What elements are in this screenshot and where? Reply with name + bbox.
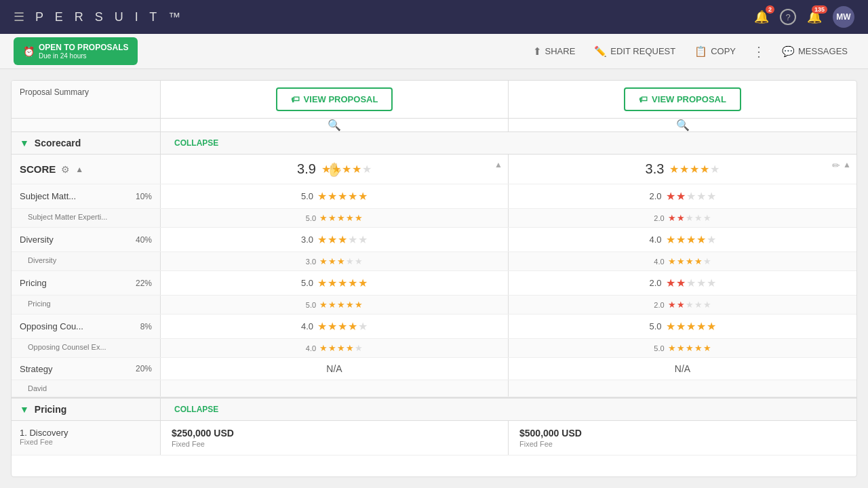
opposing-sub-score-1: 4.0 ★ ★ ★ ★ ★	[161, 339, 509, 357]
subject-matter-pct: 10%	[136, 192, 152, 201]
strategy-label: Strategy 20%	[12, 358, 161, 380]
edit-request-button[interactable]: ✏️ EDIT REQUEST	[587, 41, 682, 62]
toolbar: ⏰ OPEN TO PROPOSALS Due in 24 hours ⬆ SH…	[0, 34, 868, 69]
pricing-cat-pct: 22%	[136, 279, 152, 288]
messages-button[interactable]: 💬 MESSAGES	[775, 41, 854, 62]
proposal-comparison-table: Proposal Summary 🏷 VIEW PROPOSAL 🏷 VIEW …	[11, 80, 857, 477]
scorecard-label: ▼ Scorecard	[12, 132, 161, 154]
app-logo: P E R S U I T ™	[35, 10, 743, 24]
pricing-cat-label: Pricing 22%	[12, 271, 161, 295]
edit-icon: ✏️	[594, 45, 607, 58]
pricing-cat-score-2: 2.0 ★ ★ ★ ★ ★	[509, 271, 856, 295]
clock-icon: ⏰	[23, 46, 35, 57]
diversity-stars-2: ★ ★ ★ ★ ★	[666, 233, 716, 246]
subject-matter-score-1: 5.0 ★ ★ ★ ★ ★	[161, 184, 509, 208]
top-nav: ☰ P E R S U I T ™ 🔔 2 ? 🔔 135 MW	[0, 0, 868, 34]
discovery-amount-2: $500,000 USD	[519, 428, 846, 439]
proposal-summary-label: Proposal Summary	[12, 81, 161, 118]
messages-icon: 💬	[782, 45, 795, 58]
score-collapse-icon[interactable]: ▲	[75, 165, 83, 174]
proposal-2-header: 🏷 VIEW PROPOSAL	[509, 81, 856, 118]
strategy-sub-score-1	[161, 380, 509, 396]
search-icon-2[interactable]: 🔍	[676, 119, 690, 131]
main-content: ⏰ OPEN TO PROPOSALS Due in 24 hours ⬆ SH…	[0, 34, 868, 488]
opposing-sub-label: Opposing Counsel Ex...	[12, 339, 161, 357]
copy-icon: 📋	[694, 45, 707, 58]
proposal-1-header: 🏷 VIEW PROPOSAL	[161, 81, 509, 118]
subject-sub-stars-1: ★ ★ ★ ★ ★	[319, 213, 363, 223]
alerts-badge: 135	[812, 5, 827, 14]
status-badge: ⏰ OPEN TO PROPOSALS Due in 24 hours	[14, 37, 138, 65]
pricing-cat-sub-stars-2: ★ ★ ★ ★ ★	[668, 300, 711, 310]
score-header-label: SCORE ⚙ ▲	[12, 155, 161, 184]
opposing-stars-2: ★ ★ ★ ★ ★	[666, 320, 716, 333]
notification-badge: 2	[766, 5, 774, 14]
help-button[interactable]: ?	[780, 9, 796, 25]
pricing-cat-sub-label: Pricing	[12, 296, 161, 314]
opposing-label: Opposing Cou... 8%	[12, 314, 161, 338]
hamburger-icon[interactable]: ☰	[14, 9, 24, 24]
strategy-row: Strategy 20% N/A N/A	[12, 358, 856, 380]
diversity-sub-score-1: 3.0 ★ ★ ★ ★ ★	[161, 252, 509, 270]
opposing-sub-stars-1: ★ ★ ★ ★ ★	[319, 343, 363, 353]
scorecard-collapse-button[interactable]: COLLAPSE	[161, 133, 856, 153]
strategy-score-2: N/A	[509, 358, 856, 380]
alerts-button[interactable]: 🔔 135	[807, 9, 822, 24]
opposing-pct: 8%	[140, 322, 152, 331]
notifications-button[interactable]: 🔔 2	[754, 9, 769, 24]
more-options-icon[interactable]: ⋮	[748, 39, 770, 64]
collapse-1-icon[interactable]: ▲	[494, 160, 502, 169]
search-icon-1[interactable]: 🔍	[328, 119, 341, 131]
status-label: OPEN TO PROPOSALS	[39, 43, 128, 52]
discovery-amount-1: $250,000 USD	[172, 428, 497, 439]
discovery-label-cell: 1. Discovery Fixed Fee	[12, 421, 161, 455]
diversity-pct: 40%	[136, 235, 152, 245]
diversity-row: Diversity 40% 3.0 ★ ★ ★ ★ ★ 4.0	[12, 228, 856, 252]
score-1-stars: ★ ★ ★ ★ ★	[321, 163, 372, 176]
score-2-number: 3.3	[646, 161, 665, 177]
content-area: Proposal Summary 🏷 VIEW PROPOSAL 🏷 VIEW …	[0, 69, 868, 488]
subject-matter-sub-label: Subject Matter Experti...	[12, 209, 161, 227]
subheader-left	[12, 119, 161, 131]
view-proposal-1-button[interactable]: 🏷 VIEW PROPOSAL	[276, 87, 393, 111]
edit-score-icon[interactable]: ✏	[832, 160, 840, 171]
opposing-sub-stars-2: ★ ★ ★ ★ ★	[668, 343, 711, 353]
strategy-score-1: N/A	[161, 358, 509, 380]
search-cell-2: 🔍	[509, 119, 856, 131]
score-label: SCORE	[20, 163, 56, 175]
subject-stars-2: ★ ★ ★ ★ ★	[666, 190, 716, 203]
subject-matter-label: Subject Matt... 10%	[12, 184, 161, 208]
subject-matter-sub-score-2: 2.0 ★ ★ ★ ★ ★	[509, 209, 856, 227]
opposing-stars-1: ★ ★ ★ ★ ★	[317, 320, 368, 333]
discovery-price-1: $250,000 USD Fixed Fee	[161, 421, 509, 455]
score-1-number: 3.9	[297, 161, 316, 177]
subject-matter-score-2: 2.0 ★ ★ ★ ★ ★	[509, 184, 856, 208]
strategy-pct: 20%	[136, 364, 152, 373]
score-2-total: 3.3 ★ ★ ★ ★ ★ ✏ ▲	[509, 155, 856, 184]
gear-icon[interactable]: ⚙	[61, 164, 70, 175]
diversity-score-1: 3.0 ★ ★ ★ ★ ★	[161, 228, 509, 251]
scorecard-section-header: ▼ Scorecard COLLAPSE	[12, 132, 856, 155]
pricing-cat-sub-stars-1: ★ ★ ★ ★ ★	[319, 300, 363, 310]
pricing-section-header: ▼ Pricing COLLAPSE	[12, 397, 856, 421]
share-button[interactable]: ⬆ SHARE	[526, 41, 583, 62]
discovery-label: 1. Discovery	[20, 428, 152, 438]
discovery-price-2: $500,000 USD Fixed Fee	[509, 421, 856, 455]
scorecard-chevron-icon[interactable]: ▼	[20, 138, 29, 148]
collapse-2-icon[interactable]: ▲	[843, 160, 851, 169]
subject-sub-stars-2: ★ ★ ★ ★ ★	[668, 213, 711, 223]
status-sub: Due in 24 hours	[39, 52, 128, 60]
search-cell-1: 🔍	[161, 119, 509, 131]
pricing-collapse-button[interactable]: COLLAPSE	[161, 399, 856, 420]
opposing-sub-score-2: 5.0 ★ ★ ★ ★ ★	[509, 339, 856, 357]
pricing-chevron-icon[interactable]: ▼	[20, 404, 29, 415]
view-proposal-2-button[interactable]: 🏷 VIEW PROPOSAL	[624, 87, 741, 111]
strategy-sub-score-2	[509, 380, 856, 396]
subject-stars-1: ★ ★ ★ ★ ★	[317, 190, 368, 203]
diversity-score-2: 4.0 ★ ★ ★ ★ ★	[509, 228, 856, 251]
score-1-total: 3.9 ★ ★ ★ ★ ★ ▲ ✋	[161, 155, 509, 184]
diversity-sub-stars-1: ★ ★ ★ ★ ★	[319, 256, 363, 266]
subject-matter-row: Subject Matt... 10% 5.0 ★ ★ ★ ★ ★ 2.0	[12, 184, 856, 209]
user-avatar[interactable]: MW	[833, 6, 854, 28]
copy-button[interactable]: 📋 COPY	[688, 41, 743, 62]
